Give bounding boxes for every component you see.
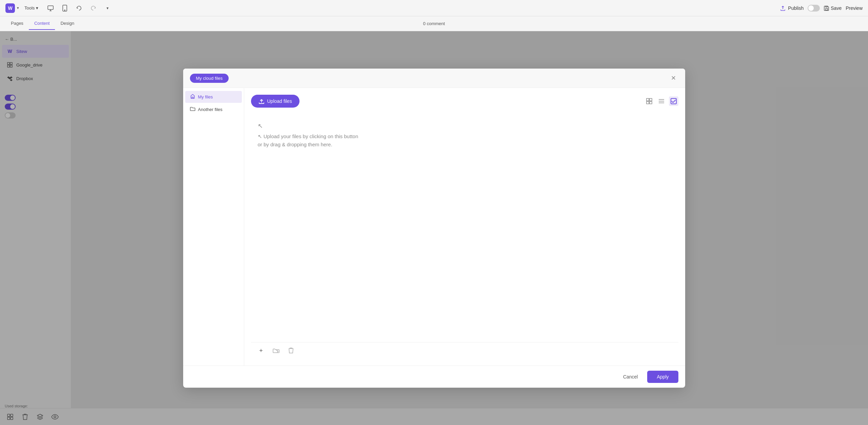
svg-rect-5 [826,8,828,10]
redo-icon[interactable] [88,3,99,14]
tab-pages[interactable]: Pages [5,17,29,30]
svg-rect-18 [647,101,649,104]
main-layout: ← B... W Sitew Google_drive [0,31,868,425]
file-content: Upload files [244,88,685,366]
svg-rect-0 [48,6,53,10]
mobile-view-icon[interactable] [59,3,70,14]
modal-header: My cloud files ✕ [183,69,685,88]
svg-rect-17 [650,98,652,101]
upload-files-label: Upload files [267,98,292,104]
svg-rect-16 [647,98,649,101]
undo-icon[interactable] [74,3,84,14]
drop-instruction-line2: or by drag & dropping them here. [258,141,332,149]
another-files-icon [190,106,195,113]
svg-rect-19 [650,101,652,104]
modal-footer: Cancel Apply [183,366,685,388]
logo-icon: W [5,3,15,13]
modal-overlay: My cloud files ✕ [0,31,868,425]
svg-rect-6 [826,6,827,7]
file-content-header: Upload files [251,95,678,108]
save-label: Save [831,5,842,11]
secondbar-tabs: Pages Content Design [0,17,85,30]
topbar-icons: ▾ [45,3,113,14]
topbar: W ▾ Tools ▾ [0,0,868,16]
file-sidebar-my-files[interactable]: My files [185,91,242,103]
cancel-button[interactable]: Cancel [618,371,643,382]
modal-body: My files Another files [183,88,685,366]
add-folder-icon[interactable]: + [256,346,266,355]
comment-count: 0 comment [423,21,445,26]
my-files-icon [190,94,195,100]
another-files-label: Another files [198,107,223,112]
file-view-icons [644,96,678,106]
modal: My cloud files ✕ [183,69,685,388]
publish-toggle[interactable] [808,5,820,12]
desktop-view-icon[interactable] [45,3,56,14]
more-actions-icon[interactable]: ▾ [102,3,113,14]
list-view-icon[interactable] [657,96,666,106]
tab-design[interactable]: Design [55,17,79,30]
file-sidebar-another-files[interactable]: Another files [185,104,242,115]
logo-chevron[interactable]: ▾ [17,6,19,10]
close-icon: ✕ [671,74,676,82]
apply-button[interactable]: Apply [647,371,678,383]
tools-chevron[interactable]: ▾ [36,5,38,11]
upload-files-button[interactable]: Upload files [251,95,300,108]
drop-arrow-icon: ↖ [258,121,263,131]
tools-label[interactable]: Tools [24,5,35,11]
logo[interactable]: W ▾ [5,3,19,13]
publish-button[interactable]: Publish [780,5,804,11]
drop-instruction-line1: ↖ Upload your files by clicking on this … [258,132,358,141]
publish-label: Publish [788,5,804,11]
delete-folder-icon[interactable] [286,346,296,355]
drop-zone: ↖ ↖ Upload your files by clicking on thi… [251,114,678,342]
select-view-icon[interactable] [669,96,678,106]
secondbar: Pages Content Design 0 comment [0,16,868,31]
file-sidebar: My files Another files [183,88,244,366]
topbar-right: Publish Save Preview [780,5,863,12]
modal-close-button[interactable]: ✕ [669,73,678,83]
save-button[interactable]: Save [824,5,842,11]
preview-button[interactable]: Preview [846,5,863,11]
cloud-files-tab[interactable]: My cloud files [190,74,229,83]
grid-view-icon[interactable] [644,96,654,106]
cloud-files-label: My cloud files [196,76,223,81]
preview-label: Preview [846,5,863,11]
tab-content[interactable]: Content [29,17,55,30]
apply-label: Apply [657,374,669,380]
folder-bar: + [251,342,678,359]
move-folder-icon[interactable] [271,346,281,355]
cancel-label: Cancel [623,374,638,380]
tools-menu[interactable]: Tools ▾ [24,5,38,11]
svg-point-4 [64,10,65,11]
my-files-label: My files [198,94,213,99]
